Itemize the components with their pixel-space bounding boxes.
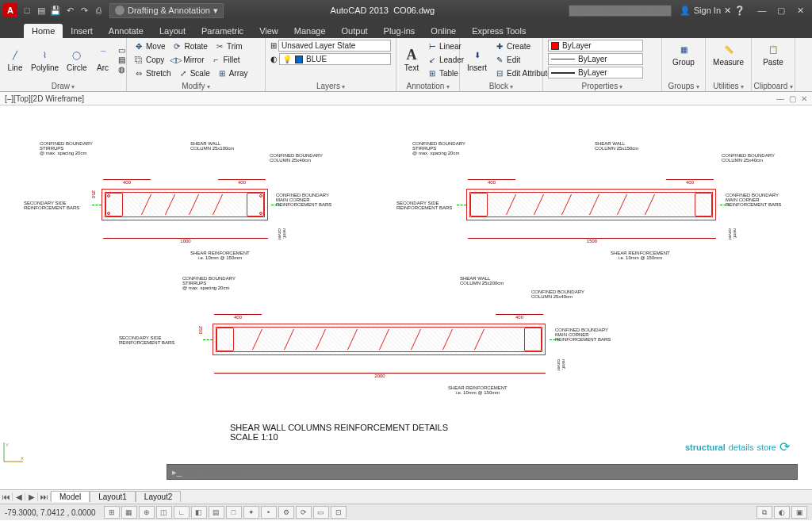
qat-open-icon[interactable]: ▤ bbox=[35, 4, 48, 17]
lineweight-dropdown[interactable]: ByLayer bbox=[548, 67, 643, 79]
layout-tab-1[interactable]: Layout1 bbox=[90, 491, 136, 502]
workspace-switcher[interactable]: Drafting & Annotation ▾ bbox=[109, 3, 224, 18]
vp-max-icon[interactable]: ▢ bbox=[789, 94, 796, 103]
tab-first-icon[interactable]: ⏮ bbox=[0, 492, 13, 501]
qat-undo-icon[interactable]: ↶ bbox=[63, 4, 76, 17]
search-input[interactable] bbox=[569, 5, 672, 17]
paste-button[interactable]: 📋Paste bbox=[756, 40, 790, 68]
sb-dyn[interactable]: ✦ bbox=[243, 506, 259, 519]
drawing-area[interactable]: 400 400 250 1000 CONFINED BOUNDARY STIRR… bbox=[0, 105, 812, 489]
tab-insert[interactable]: Insert bbox=[63, 24, 101, 38]
rect-icon[interactable]: ▭ bbox=[118, 46, 125, 55]
line-button[interactable]: ╱Line bbox=[5, 45, 25, 74]
hatch-icon[interactable]: ▤ bbox=[118, 56, 125, 64]
tab-manage[interactable]: Manage bbox=[286, 24, 334, 38]
sb-polar[interactable]: ◫ bbox=[156, 506, 172, 519]
sb-3dosnap[interactable]: ◧ bbox=[191, 506, 207, 519]
layout-tab-2[interactable]: Layout2 bbox=[136, 491, 182, 502]
text-button[interactable]: AText bbox=[401, 45, 422, 74]
sb-ducs[interactable]: □ bbox=[226, 506, 242, 519]
tab-express[interactable]: Express Tools bbox=[464, 24, 534, 38]
command-input[interactable] bbox=[182, 468, 792, 477]
tab-last-icon[interactable]: ⏭ bbox=[38, 492, 51, 501]
mirror-button[interactable]: ◁▷Mirror bbox=[169, 53, 205, 66]
close-button[interactable]: ✕ bbox=[791, 4, 809, 17]
tab-layout[interactable]: Layout bbox=[151, 24, 193, 38]
rotate-button[interactable]: ⟳Rotate bbox=[170, 40, 209, 52]
sb-otrack[interactable]: ▤ bbox=[209, 506, 224, 519]
tab-parametric[interactable]: Parametric bbox=[193, 24, 251, 38]
measure-button[interactable]: 📏Measure bbox=[710, 40, 746, 68]
qat-plot-icon[interactable]: ⎙ bbox=[92, 4, 105, 17]
vp-min-icon[interactable]: — bbox=[776, 94, 784, 103]
stretch-button[interactable]: ⇔Stretch bbox=[132, 67, 173, 79]
panel-draw-title[interactable]: Draw bbox=[0, 82, 126, 90]
minimize-button[interactable]: — bbox=[753, 4, 771, 17]
sb-qp[interactable]: ⟳ bbox=[296, 506, 312, 519]
sb-lwt[interactable]: • bbox=[261, 506, 277, 519]
dim-400: 400 bbox=[468, 179, 515, 185]
tab-next-icon[interactable]: ▶ bbox=[25, 492, 38, 501]
tab-annotate[interactable]: Annotate bbox=[101, 24, 151, 38]
fillet-button[interactable]: ⌐Fillet bbox=[209, 53, 241, 66]
group-button[interactable]: ▦Group bbox=[667, 40, 700, 68]
tab-view[interactable]: View bbox=[251, 24, 286, 38]
tab-plugins[interactable]: Plug-ins bbox=[376, 24, 423, 38]
scale-button[interactable]: ⤢Scale bbox=[176, 67, 212, 79]
layeriso-icon[interactable]: ◐ bbox=[270, 55, 278, 63]
sb-am[interactable]: ⊡ bbox=[331, 506, 347, 519]
move-button[interactable]: ✥Move bbox=[132, 40, 167, 52]
app-logo[interactable]: A bbox=[3, 3, 17, 17]
sb-sc[interactable]: ▭ bbox=[313, 506, 329, 519]
arc-button[interactable]: ⌒Arc bbox=[93, 45, 113, 74]
layer-dropdown[interactable]: 💡 BLUE bbox=[279, 53, 391, 65]
sb-snap[interactable]: ⊞ bbox=[104, 506, 120, 519]
exchange-icon[interactable]: ✕ bbox=[724, 6, 731, 16]
panel-block-title[interactable]: Block bbox=[460, 82, 542, 90]
tab-prev-icon[interactable]: ◀ bbox=[13, 492, 25, 501]
command-line[interactable]: ▸_ bbox=[167, 464, 798, 480]
help-icon[interactable]: ❔ bbox=[734, 6, 745, 16]
viewport-label[interactable]: [–][Top][2D Wireframe] bbox=[5, 94, 84, 103]
copy-button[interactable]: ⿻Copy bbox=[132, 53, 166, 66]
sb-grid[interactable]: ▦ bbox=[121, 506, 137, 519]
trim-button[interactable]: ✂Trim bbox=[213, 40, 244, 52]
trim-icon: ✂ bbox=[214, 40, 225, 52]
panel-properties-title[interactable]: Properties bbox=[543, 82, 661, 90]
tab-online[interactable]: Online bbox=[423, 24, 464, 38]
vp-close-icon[interactable]: ✕ bbox=[801, 94, 807, 103]
user-panel[interactable]: 👤 Sign In ✕ ❔ bbox=[680, 6, 745, 16]
array-button[interactable]: ⊞Array bbox=[215, 67, 250, 79]
panel-utilities-title[interactable]: Utilities bbox=[706, 82, 751, 90]
polyline-button[interactable]: ⌇Polyline bbox=[29, 45, 61, 74]
infocenter-search[interactable] bbox=[569, 5, 672, 17]
panel-clipboard-title[interactable]: Clipboard bbox=[752, 82, 795, 90]
layer-state-dropdown[interactable]: Unsaved Layer State bbox=[278, 40, 391, 52]
qat-redo-icon[interactable]: ↷ bbox=[78, 4, 90, 17]
panel-annotation-title[interactable]: Annotation bbox=[396, 82, 459, 90]
coords-readout[interactable]: -79.3000, 7.0412 , 0.0000 bbox=[5, 508, 96, 517]
tab-output[interactable]: Output bbox=[334, 24, 376, 38]
linetype-dropdown[interactable]: ByLayer bbox=[548, 53, 643, 65]
panel-layers-title[interactable]: Layers bbox=[266, 82, 396, 90]
sb-ws[interactable]: ▣ bbox=[791, 506, 807, 519]
layout-tab-model[interactable]: Model bbox=[51, 491, 90, 502]
color-dropdown[interactable]: ByLayer bbox=[548, 40, 643, 52]
circle-button[interactable]: ◯Circle bbox=[64, 45, 90, 74]
ellipse-icon[interactable]: ◍ bbox=[118, 65, 125, 74]
layerprops-icon[interactable]: ⊞ bbox=[270, 41, 277, 50]
sb-model[interactable]: ⧉ bbox=[756, 506, 772, 519]
sb-tpy[interactable]: ⚙ bbox=[278, 506, 294, 519]
tab-home[interactable]: Home bbox=[24, 24, 63, 38]
sb-ortho[interactable]: ⊕ bbox=[139, 506, 155, 519]
panel-groups-title[interactable]: Groups bbox=[662, 82, 705, 90]
maximize-button[interactable]: ▢ bbox=[772, 4, 790, 17]
sb-osnap[interactable]: ∟ bbox=[174, 506, 190, 519]
insert-button[interactable]: ⬇Insert bbox=[465, 45, 489, 74]
sb-anno[interactable]: ◐ bbox=[774, 506, 790, 519]
svg-text:Y: Y bbox=[6, 443, 9, 447]
panel-layers: ⊞ Unsaved Layer State ◐ 💡 BLUE Layers bbox=[266, 38, 396, 91]
panel-modify-title[interactable]: Modify bbox=[127, 82, 265, 90]
qat-save-icon[interactable]: 💾 bbox=[49, 4, 62, 17]
qat-new-icon[interactable]: □ bbox=[21, 4, 33, 17]
